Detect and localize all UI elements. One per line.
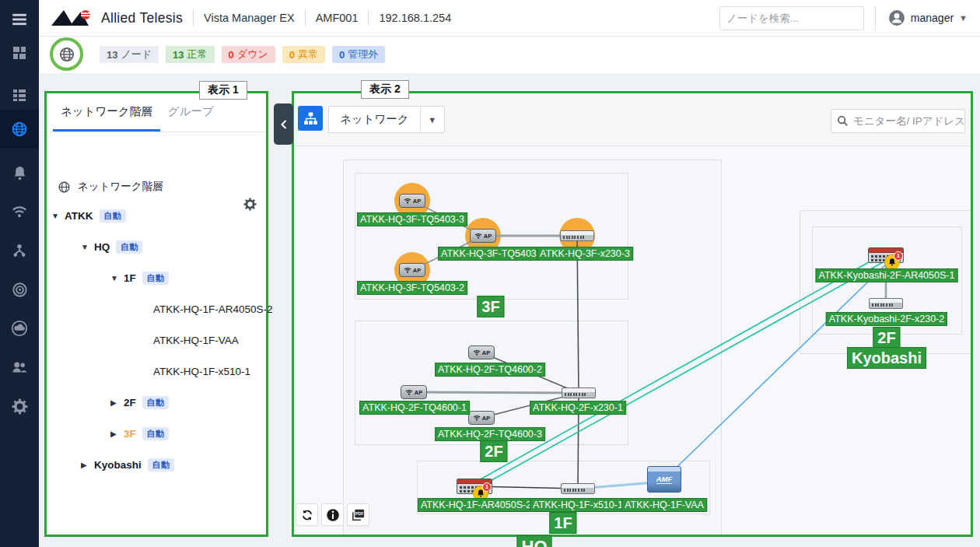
floor-label: HQ bbox=[517, 535, 552, 547]
info-button[interactable] bbox=[321, 503, 344, 526]
tree-item-1F[interactable]: ▼1F自動 bbox=[110, 269, 169, 286]
map-node-label[interactable]: ATKK-HQ-1F-VAA bbox=[621, 498, 707, 512]
tree-item-label: ATKK bbox=[65, 210, 93, 222]
status-badge: 13正常 bbox=[166, 46, 214, 63]
nav-traffic-map-icon[interactable] bbox=[0, 231, 39, 270]
caret-right-icon[interactable]: ▶ bbox=[110, 398, 124, 407]
map-node-label[interactable]: ATKK-HQ-3F-TQ5403-1 bbox=[438, 247, 548, 261]
map-node-label[interactable]: ATKK-HQ-2F-TQ4600-1 bbox=[359, 401, 470, 415]
map-view-selector[interactable]: ネットワーク ▼ bbox=[328, 106, 445, 133]
nav-sd-wan-icon[interactable] bbox=[0, 270, 39, 309]
refresh-button[interactable] bbox=[296, 503, 318, 526]
caret-right-icon[interactable]: ▶ bbox=[110, 430, 124, 438]
hierarchy-tree: ネットワーク階層 ▼ATKK自動▼HQ自動▼1F自動ATKK-HQ-1F-AR4… bbox=[47, 132, 266, 535]
chevron-down-icon: ▼ bbox=[959, 13, 968, 23]
brand-name: Allied Telesis bbox=[101, 10, 183, 26]
user-menu[interactable]: manager ▼ bbox=[875, 6, 980, 30]
tree-item-ATKK-HQ-1F-AR4050S-2[interactable]: ATKK-HQ-1F-AR4050S-2 bbox=[140, 300, 273, 317]
tree-item-label: ATKK-HQ-1F-VAA bbox=[153, 335, 239, 346]
map-header: ネットワーク ▼ bbox=[294, 93, 971, 146]
nav-network-map-icon[interactable] bbox=[0, 110, 39, 149]
panel-collapse-handle[interactable] bbox=[274, 103, 293, 145]
node-search-box bbox=[719, 6, 864, 30]
map-node-label[interactable]: ATKK-HQ-3F-TQ5403-3 bbox=[357, 212, 467, 226]
svg-text:PDF: PDF bbox=[355, 511, 364, 516]
tree-item-Kyobashi[interactable]: ▶Kyobashi自動 bbox=[81, 456, 174, 473]
status-badge: 0ダウン bbox=[222, 46, 275, 63]
controller-ip: 192.168.1.254 bbox=[379, 12, 451, 24]
alarm-count: 1 bbox=[894, 251, 903, 261]
caret-down-icon[interactable]: ▼ bbox=[51, 212, 65, 220]
tree-item-HQ[interactable]: ▼HQ自動 bbox=[81, 238, 142, 255]
network-health-globe-icon[interactable] bbox=[50, 37, 83, 71]
node-search-input[interactable] bbox=[726, 12, 864, 24]
caret-down-icon[interactable]: ▼ bbox=[110, 274, 124, 282]
nav-cloud-plugin-icon[interactable] bbox=[0, 309, 39, 348]
tree-item-3F[interactable]: ▶3F自動 bbox=[110, 425, 169, 442]
user-avatar-icon bbox=[888, 9, 905, 26]
map-node-label[interactable]: ATKK-HQ-3F-TQ5403-2 bbox=[357, 281, 467, 295]
alarm-count: 1 bbox=[482, 482, 492, 492]
map-node-label[interactable]: ATKK-HQ-1F-x510-1 bbox=[530, 498, 626, 512]
nav-wireless-icon[interactable] bbox=[0, 192, 39, 231]
topology-view-button[interactable] bbox=[298, 106, 323, 131]
nav-asset-list-icon[interactable] bbox=[0, 75, 39, 114]
nav-dashboard-icon[interactable] bbox=[0, 33, 39, 72]
map-node-label[interactable]: ATKK-HQ-2F-x230-1 bbox=[530, 401, 626, 415]
tree-item-label: 3F bbox=[124, 428, 136, 440]
auto-badge: 自動 bbox=[142, 272, 169, 285]
nav-settings-icon[interactable] bbox=[0, 387, 39, 426]
export-pdf-button[interactable]: PDF bbox=[347, 503, 369, 526]
map-view-selector-value: ネットワーク bbox=[329, 112, 420, 127]
map-node-hq3f-tq5403-2-icon[interactable]: AP bbox=[399, 263, 425, 277]
map-link[interactable] bbox=[664, 261, 890, 479]
side-panel-network-hierarchy: ネットワーク階層 グループ ネットワーク階層 ▼ATKK自動▼HQ自動▼1F自動… bbox=[44, 91, 268, 537]
tree-item-label: ATKK-HQ-1F-x510-1 bbox=[153, 366, 250, 377]
tab-network-hierarchy[interactable]: ネットワーク階層 bbox=[53, 93, 160, 131]
chevron-down-icon: ▼ bbox=[421, 115, 444, 124]
tree-item-ATKK[interactable]: ▼ATKK自動 bbox=[51, 207, 126, 224]
auto-badge: 自動 bbox=[148, 458, 174, 472]
tree-root-label: ネットワーク階層 bbox=[78, 180, 163, 194]
map-node-hq3f-x230-3-icon[interactable] bbox=[560, 230, 594, 241]
caret-down-icon[interactable]: ▼ bbox=[81, 243, 94, 251]
floor-label: 2F bbox=[480, 440, 507, 462]
allied-telesis-mark-icon bbox=[50, 9, 95, 27]
map-node-label[interactable]: ATKK-Kyobashi-2F-AR4050S-1 bbox=[816, 268, 958, 282]
user-name: manager bbox=[911, 12, 954, 24]
map-node-hq2f-x230-1-icon[interactable] bbox=[562, 387, 596, 398]
tree-root-row[interactable]: ネットワーク階層 bbox=[58, 178, 163, 195]
map-node-hq1f-vaa-icon[interactable]: AMF bbox=[647, 466, 681, 493]
alarm-bell-badge[interactable]: 1 bbox=[884, 254, 900, 270]
nav-users-icon[interactable] bbox=[0, 348, 39, 387]
map-node-hq3f-tq5403-1-icon[interactable]: AP bbox=[470, 229, 496, 243]
map-node-label[interactable]: ATKK-HQ-3F-x230-3 bbox=[537, 247, 633, 261]
topology-map-canvas[interactable]: APATKK-HQ-3F-TQ5403-3APATKK-HQ-3F-TQ5403… bbox=[294, 146, 971, 535]
map-node-hq3f-tq5403-3-icon[interactable]: AP bbox=[399, 194, 425, 208]
sitemap-icon bbox=[303, 111, 318, 126]
divider bbox=[193, 10, 194, 26]
map-node-hq2f-tq4600-2-icon[interactable]: AP bbox=[468, 345, 495, 359]
caret-right-icon[interactable]: ▶ bbox=[81, 461, 94, 469]
map-node-label[interactable]: ATKK-HQ-2F-TQ4600-2 bbox=[435, 363, 545, 377]
tree-item-ATKK-HQ-1F-x510-1[interactable]: ATKK-HQ-1F-x510-1 bbox=[140, 363, 250, 380]
map-node-kyo2f-x230-2-icon[interactable] bbox=[869, 298, 903, 309]
tree-item-2F[interactable]: ▶2F自動 bbox=[110, 394, 169, 411]
auto-badge: 自動 bbox=[142, 427, 169, 440]
tree-item-ATKK-HQ-1F-VAA[interactable]: ATKK-HQ-1F-VAA bbox=[140, 331, 239, 349]
map-node-hq1f-x510-1-icon[interactable] bbox=[561, 483, 595, 494]
nav-event-log-icon[interactable] bbox=[0, 153, 39, 192]
hierarchy-settings-gear-icon[interactable] bbox=[243, 198, 257, 214]
floor-label: 2F bbox=[873, 327, 900, 349]
map-node-label[interactable]: ATKK-HQ-2F-TQ4600-3 bbox=[435, 427, 545, 441]
top-bar: Allied Telesis Vista Manager EX AMF001 1… bbox=[39, 0, 980, 37]
network-status-bar: 13ノード13正常0ダウン0異常0管理外 bbox=[39, 37, 980, 73]
divider bbox=[305, 10, 306, 26]
map-node-hq2f-tq4600-1-icon[interactable]: AP bbox=[401, 385, 427, 399]
monitor-search-input[interactable] bbox=[853, 115, 965, 127]
map-node-hq2f-tq4600-3-icon[interactable]: AP bbox=[468, 411, 495, 425]
map-node-label[interactable]: ATKK-HQ-1F-AR4050S-2 bbox=[418, 498, 534, 512]
map-node-label[interactable]: ATKK-Kyobashi-2F-x230-2 bbox=[826, 312, 947, 326]
annotation-view-2: 表示 2 bbox=[361, 80, 409, 99]
map-link[interactable] bbox=[414, 392, 579, 393]
